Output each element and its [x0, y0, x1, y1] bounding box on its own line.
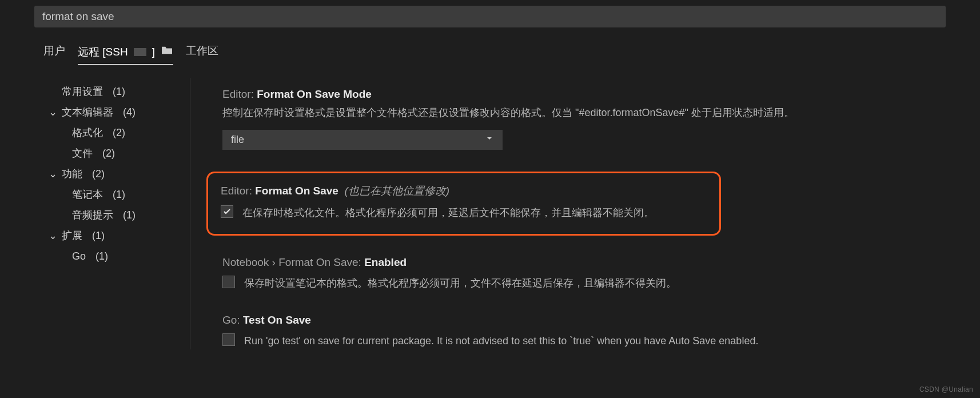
- setting-description: 保存时设置笔记本的格式。格式化程序必须可用，文件不得在延迟后保存，且编辑器不得关…: [244, 274, 676, 292]
- settings-search-input[interactable]: [34, 6, 946, 27]
- tab-user[interactable]: 用户: [43, 43, 65, 65]
- toc-features[interactable]: ⌄ 功能 (2): [40, 164, 190, 184]
- redacted-host-icon: [134, 48, 146, 56]
- check-icon: [222, 207, 232, 216]
- toc-extensions[interactable]: ⌄ 扩展 (1): [40, 225, 190, 246]
- setting-notebook-format-on-save: Notebook › Format On Save: Enabled 保存时设置…: [222, 256, 946, 292]
- tab-remote-ssh[interactable]: 远程 [SSH ]: [78, 45, 173, 65]
- toc-notebook[interactable]: 笔记本 (1): [40, 184, 190, 205]
- setting-title: Editor: Format On Save (也已在其他位置修改): [221, 184, 707, 198]
- setting-title: Notebook › Format On Save: Enabled: [222, 256, 946, 269]
- chevron-down-icon: ⌄: [47, 164, 58, 184]
- toc-text-editor[interactable]: ⌄ 文本编辑器 (4): [40, 102, 190, 122]
- tab-remote-label: 远程 [SSH: [78, 45, 128, 59]
- select-value: file: [231, 134, 244, 146]
- remote-host-text: ]: [152, 46, 155, 58]
- chevron-down-icon: ⌄: [47, 102, 58, 122]
- folder-icon: [161, 45, 173, 58]
- chevron-down-icon: [485, 134, 494, 146]
- setting-title: Editor: Format On Save Mode: [222, 88, 946, 101]
- settings-main: Editor: Format On Save Mode 控制在保存时设置格式是设…: [190, 78, 980, 349]
- setting-format-on-save-mode: Editor: Format On Save Mode 控制在保存时设置格式是设…: [222, 88, 946, 150]
- toc-go[interactable]: Go (1): [40, 246, 190, 266]
- toc-audio[interactable]: 音频提示 (1): [40, 205, 190, 225]
- setting-title: Go: Test On Save: [222, 314, 946, 327]
- format-on-save-mode-select[interactable]: file: [222, 130, 503, 150]
- toc-common[interactable]: 常用设置 (1): [40, 81, 190, 102]
- modified-elsewhere-hint: (也已在其他位置修改): [344, 185, 449, 197]
- settings-toc: 常用设置 (1) ⌄ 文本编辑器 (4) 格式化 (2) 文件 (2) ⌄ 功能…: [40, 78, 190, 349]
- settings-scope-tabs: 用户 远程 [SSH ] 工作区: [0, 27, 980, 65]
- setting-format-on-save-highlight: Editor: Format On Save (也已在其他位置修改) 在保存时格…: [206, 172, 721, 236]
- toc-formatting[interactable]: 格式化 (2): [40, 122, 190, 143]
- format-on-save-checkbox[interactable]: [221, 205, 233, 218]
- watermark-text: CSDN @Unalian: [919, 385, 973, 393]
- toc-files[interactable]: 文件 (2): [40, 143, 190, 164]
- setting-description: 控制在保存时设置格式是设置整个文件格式还是仅设置修改内容的格式。仅当 "#edi…: [222, 104, 946, 122]
- tab-workspace[interactable]: 工作区: [186, 43, 218, 65]
- setting-description: Run 'go test' on save for current packag…: [244, 332, 758, 350]
- go-test-on-save-checkbox[interactable]: [222, 333, 235, 346]
- setting-go-test-on-save: Go: Test On Save Run 'go test' on save f…: [222, 314, 946, 350]
- notebook-format-on-save-checkbox[interactable]: [222, 276, 235, 288]
- chevron-down-icon: ⌄: [47, 225, 58, 246]
- setting-description: 在保存时格式化文件。格式化程序必须可用，延迟后文件不能保存，并且编辑器不能关闭。: [242, 204, 654, 222]
